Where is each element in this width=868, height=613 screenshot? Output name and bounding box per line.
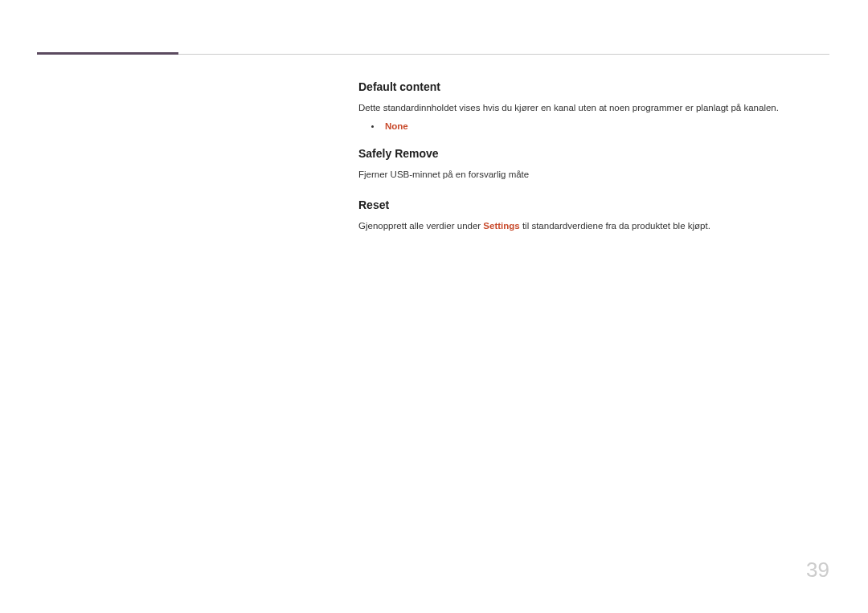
- page-number: 39: [806, 558, 829, 582]
- bullet-value-none: None: [385, 121, 408, 131]
- body-safely-remove: Fjerner USB-minnet på en forsvarlig måte: [358, 168, 829, 182]
- top-accent-bar: [37, 52, 178, 55]
- horizontal-rule: [178, 54, 829, 55]
- reset-body-post: til standardverdiene fra da produktet bl…: [520, 221, 710, 231]
- main-content: Default content Dette standardinnholdet …: [358, 80, 829, 249]
- section-reset: Reset Gjenopprett alle verdier under Set…: [358, 198, 829, 233]
- reset-body-highlight: Settings: [483, 221, 519, 231]
- heading-default-content: Default content: [358, 80, 829, 93]
- section-safely-remove: Safely Remove Fjerner USB-minnet på en f…: [358, 147, 829, 182]
- body-default-content: Dette standardinnholdet vises hvis du kj…: [358, 101, 829, 115]
- heading-safely-remove: Safely Remove: [358, 147, 829, 160]
- heading-reset: Reset: [358, 198, 829, 211]
- bullet-default-content: None: [371, 121, 829, 131]
- body-reset: Gjenopprett alle verdier under Settings …: [358, 219, 829, 233]
- bullet-dot-icon: [371, 125, 374, 128]
- section-default-content: Default content Dette standardinnholdet …: [358, 80, 829, 131]
- reset-body-pre: Gjenopprett alle verdier under: [358, 221, 483, 231]
